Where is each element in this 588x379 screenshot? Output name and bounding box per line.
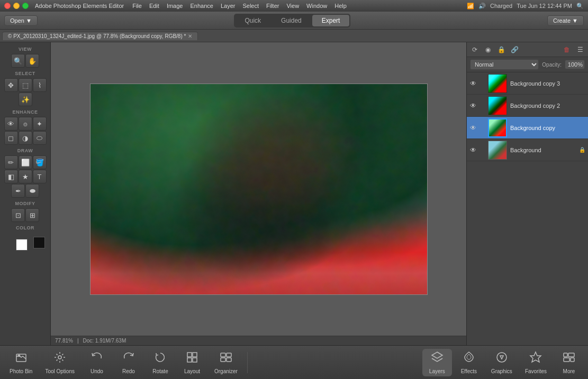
layers-list: 👁 Background copy 3 👁 Background copy 2 …: [467, 72, 588, 345]
move-tool[interactable]: ✥: [4, 78, 18, 92]
type-tool[interactable]: T: [33, 170, 47, 183]
dodge-tool[interactable]: ◑: [19, 131, 32, 145]
tab-expert[interactable]: Expert: [312, 15, 350, 26]
menu-filter[interactable]: Filter: [266, 3, 279, 9]
eraser-tool[interactable]: ◻: [4, 131, 18, 145]
svg-rect-5: [193, 353, 197, 357]
menu-image[interactable]: Image: [167, 3, 183, 9]
menu-bar: File Edit Image Enhance Layer Select Fil…: [132, 3, 347, 9]
redo-button[interactable]: Redo: [114, 349, 143, 376]
layout-button[interactable]: Layout: [177, 349, 207, 376]
background-color-swatch[interactable]: [16, 239, 28, 251]
hand-tool[interactable]: ✋: [25, 54, 39, 68]
crop-tool[interactable]: ⊡: [11, 208, 25, 222]
canvas-image[interactable]: [90, 84, 428, 295]
layers-panel: ⟳ ◉ 🔒 🔗 🗑 ☰ Normal Opacity: 👁 Background…: [466, 42, 588, 345]
undo-button[interactable]: Undo: [82, 349, 112, 376]
lasso-tool[interactable]: ⌇: [33, 78, 47, 92]
layer-item[interactable]: 👁 Background copy 3: [467, 72, 588, 95]
paint-bucket-tool[interactable]: 🪣: [33, 155, 47, 169]
search-icon[interactable]: 🔍: [576, 3, 584, 10]
rotate-button[interactable]: Rotate: [146, 349, 175, 376]
canvas-status-bar: 77.81% | Doc: 1.91M/7.63M: [51, 336, 466, 345]
effects-button[interactable]: Effects: [454, 349, 484, 376]
layer-item[interactable]: 👁 Background copy 2: [467, 95, 588, 117]
menu-select[interactable]: Select: [242, 3, 259, 9]
opacity-input[interactable]: [565, 60, 585, 69]
wifi-icon: 📶: [467, 3, 474, 10]
panel-btn-lock[interactable]: 🔒: [495, 44, 507, 56]
doc-tab-close[interactable]: ✕: [188, 33, 192, 39]
organizer-label: Organizer: [214, 368, 238, 374]
left-toolbar: VIEW 🔍 ✋ SELECT ✥ ⬚ ⌇ ✨ ENHANCE 👁 ⌾ ✦ ◻ …: [0, 42, 51, 345]
graphics-svg: [495, 351, 508, 364]
layer-item[interactable]: 👁 Background 🔒: [467, 139, 588, 161]
pencil-tool[interactable]: ✒: [11, 184, 25, 198]
minimize-button[interactable]: [13, 3, 20, 9]
traffic-lights: [4, 3, 29, 9]
foreground-color-swatch[interactable]: [33, 237, 45, 248]
blur-tool[interactable]: ⬬: [25, 184, 39, 198]
sponge-tool[interactable]: ⬭: [33, 131, 47, 145]
create-button[interactable]: Create ▼: [547, 15, 584, 26]
layer-lock-icon: 🔒: [578, 146, 586, 154]
modify-tools: ⊡ ⊞: [0, 207, 50, 223]
eye-tool[interactable]: 👁: [4, 117, 18, 131]
graphics-icon: [495, 351, 508, 366]
layer-eye-icon[interactable]: 👁: [469, 101, 477, 110]
layer-eye-icon[interactable]: 👁: [469, 146, 477, 154]
panel-btn-2[interactable]: ◉: [482, 44, 494, 56]
color-section-label: COLOR: [0, 223, 50, 232]
menu-layer[interactable]: Layer: [221, 3, 236, 9]
open-button[interactable]: Open ▼: [4, 15, 38, 26]
panel-btn-link[interactable]: 🔗: [509, 44, 520, 56]
view-tools: 🔍 ✋: [0, 53, 50, 69]
select-tools: ✥ ⬚ ⌇ ✨: [0, 77, 50, 107]
custom-shape-tool[interactable]: ★: [19, 170, 32, 183]
menu-window[interactable]: Window: [306, 3, 327, 9]
tab-quick[interactable]: Quick: [235, 15, 270, 26]
panel-menu[interactable]: ☰: [574, 44, 586, 56]
favorites-svg: [529, 351, 542, 364]
menu-file[interactable]: File: [132, 3, 142, 9]
magic-wand-tool[interactable]: ✨: [19, 93, 32, 106]
graphics-button[interactable]: Graphics: [486, 349, 518, 376]
eraser2-tool[interactable]: ⬜: [19, 155, 32, 169]
layers-button[interactable]: Layers: [422, 349, 452, 376]
favorites-button[interactable]: Favorites: [520, 349, 552, 376]
canvas-container[interactable]: [51, 42, 466, 336]
tab-guided[interactable]: Guided: [272, 15, 311, 26]
recompose-tool[interactable]: ⊞: [25, 208, 39, 222]
menu-enhance[interactable]: Enhance: [190, 3, 213, 9]
menu-view[interactable]: View: [286, 3, 299, 9]
svg-rect-15: [564, 353, 567, 357]
clone-tool[interactable]: ✦: [33, 117, 47, 131]
marquee-tool[interactable]: ⬚: [19, 78, 32, 92]
menu-help[interactable]: Help: [334, 3, 347, 9]
panel-btn-trash[interactable]: 🗑: [561, 44, 573, 56]
close-button[interactable]: [4, 3, 11, 9]
brush-tool[interactable]: ✏: [4, 155, 18, 169]
layer-eye-icon[interactable]: 👁: [469, 79, 477, 88]
layer-link-icon: [479, 146, 486, 154]
gradient-tool[interactable]: ◧: [4, 170, 18, 183]
organizer-button[interactable]: Organizer: [209, 349, 243, 376]
opacity-label: Opacity:: [542, 62, 562, 68]
menu-edit[interactable]: Edit: [149, 3, 159, 9]
photo-bin-button[interactable]: Photo Bin: [4, 349, 38, 376]
more-button[interactable]: More: [554, 349, 584, 376]
maximize-button[interactable]: [22, 3, 29, 9]
layer-item-active[interactable]: 👁 Background copy: [467, 117, 588, 139]
layer-eye-icon[interactable]: 👁: [469, 124, 477, 132]
svg-marker-12: [432, 352, 442, 358]
undo-svg: [91, 351, 103, 364]
tool-options-button[interactable]: Tool Options: [40, 349, 80, 376]
healing-tool[interactable]: ⌾: [19, 117, 32, 131]
zoom-indicator: 77.81%: [55, 338, 73, 344]
view-section-label: VIEW: [0, 44, 50, 53]
panel-btn-1[interactable]: ⟳: [469, 44, 481, 56]
enhance-tools: 👁 ⌾ ✦ ◻ ◑ ⬭: [0, 116, 50, 146]
blend-mode-select[interactable]: Normal: [470, 59, 539, 70]
zoom-tool[interactable]: 🔍: [11, 54, 25, 68]
document-tab[interactable]: © PX_20120310_1324J_edited-1.jpg @ 77.8%…: [2, 32, 198, 40]
